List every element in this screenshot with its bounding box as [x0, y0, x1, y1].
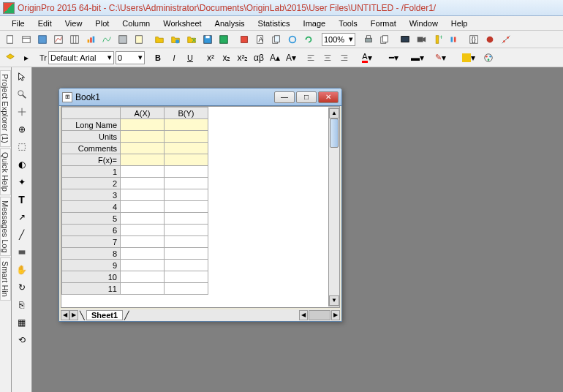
column-header-b[interactable]: B(Y): [165, 108, 208, 119]
align-left-icon[interactable]: [304, 50, 319, 65]
menu-column[interactable]: Column: [116, 18, 156, 29]
import-wizard-icon[interactable]: [237, 32, 252, 47]
greek-button[interactable]: αβ: [252, 50, 266, 65]
smart-hint-tab[interactable]: Smart Hin: [0, 257, 11, 301]
line-width-button[interactable]: ▬▾: [407, 50, 428, 65]
maximize-button[interactable]: □: [296, 91, 317, 103]
font-combo[interactable]: Default: Arial▾: [48, 51, 114, 64]
scroll-up-icon[interactable]: ▲: [329, 108, 339, 118]
hscroll-right[interactable]: ▶: [331, 310, 340, 320]
row-longname[interactable]: Long Name: [62, 119, 121, 131]
menu-image[interactable]: Image: [298, 18, 332, 29]
fill-color-button[interactable]: ▾: [458, 50, 480, 65]
new-workbook-icon[interactable]: [19, 32, 34, 47]
menu-analysis[interactable]: Analysis: [209, 18, 251, 29]
corner-cell[interactable]: [62, 108, 121, 119]
row-7[interactable]: 7: [62, 236, 121, 248]
menu-statistics[interactable]: Statistics: [252, 18, 296, 29]
slideshow-icon[interactable]: [398, 32, 412, 47]
increase-font-icon[interactable]: A▴: [268, 50, 282, 65]
save-icon[interactable]: [200, 32, 215, 47]
menu-window[interactable]: Window: [404, 18, 444, 29]
row-2[interactable]: 2: [62, 178, 121, 189]
minimize-button[interactable]: —: [274, 91, 295, 103]
row-11[interactable]: 11: [62, 283, 121, 295]
draw-data-icon[interactable]: ✦: [14, 174, 30, 190]
batch-process-icon[interactable]: [285, 32, 300, 47]
row-10[interactable]: 10: [62, 271, 121, 283]
new-function-icon[interactable]: [99, 32, 114, 47]
sheet-nav-next[interactable]: ▶: [69, 310, 78, 320]
menu-help[interactable]: Help: [445, 18, 474, 29]
transfer-icon[interactable]: [483, 32, 497, 47]
new-2d-plot-icon[interactable]: [83, 32, 98, 47]
new-project-icon[interactable]: [3, 32, 18, 47]
decrease-font-icon[interactable]: A▾: [284, 50, 298, 65]
sheet-tab-1[interactable]: Sheet1: [86, 310, 123, 320]
underline-button[interactable]: U: [183, 50, 197, 65]
rect-tool-icon[interactable]: [14, 244, 30, 260]
supersubscript-button[interactable]: x²₂: [235, 50, 250, 65]
zoom-tool-icon[interactable]: [14, 86, 30, 102]
italic-button[interactable]: I: [167, 50, 181, 65]
new-layout-icon[interactable]: [116, 32, 130, 47]
menu-tools[interactable]: Tools: [333, 18, 363, 29]
close-button[interactable]: ✕: [318, 91, 339, 103]
quick-help-tab[interactable]: Quick Help: [0, 148, 11, 195]
import-ascii-icon[interactable]: A: [253, 32, 268, 47]
menu-view[interactable]: View: [59, 18, 88, 29]
line-style-button[interactable]: ━▾: [383, 50, 405, 65]
arrow-icon[interactable]: ▸: [19, 50, 34, 65]
hscroll-thumb[interactable]: [309, 310, 330, 320]
row-1[interactable]: 1: [62, 166, 121, 178]
superscript-button[interactable]: x²: [203, 50, 218, 65]
row-8[interactable]: 8: [62, 248, 121, 260]
bold-button[interactable]: B: [151, 50, 165, 65]
font-color-button[interactable]: A▾: [357, 50, 377, 65]
align-center-icon[interactable]: [320, 50, 335, 65]
recalculate-icon[interactable]: [301, 32, 316, 47]
messages-log-tab[interactable]: Messages Log: [0, 197, 11, 257]
import-multiple-icon[interactable]: [269, 32, 284, 47]
new-graph-icon[interactable]: [51, 32, 66, 47]
new-excel-icon[interactable]: [35, 32, 50, 47]
menu-format[interactable]: Format: [365, 18, 402, 29]
selection-tool-icon[interactable]: [14, 139, 30, 155]
worksheet-grid[interactable]: A(X) B(Y) Long Name Units Comments F(x)=…: [61, 106, 340, 308]
save-template-icon[interactable]: [216, 32, 231, 47]
project-explorer-tab[interactable]: Project Explorer (1): [0, 70, 11, 147]
subscript-button[interactable]: x₂: [219, 50, 234, 65]
open-template-icon[interactable]: [168, 32, 183, 47]
row-comments[interactable]: Comments: [62, 143, 121, 154]
hscroll-left[interactable]: ◀: [299, 310, 308, 320]
row-units[interactable]: Units: [62, 131, 121, 143]
scroll-thumb[interactable]: [330, 118, 339, 148]
print-icon[interactable]: [361, 32, 376, 47]
insert-object-icon[interactable]: ▦: [14, 314, 30, 331]
menu-file[interactable]: File: [6, 18, 31, 29]
arrow-tool-icon[interactable]: ↗: [14, 209, 30, 225]
menu-edit[interactable]: Edit: [32, 18, 58, 29]
palette-icon[interactable]: [481, 50, 496, 65]
scroll-down-icon[interactable]: ▼: [329, 295, 339, 306]
rotate-tool-icon[interactable]: ↻: [14, 279, 30, 295]
data-reader-icon[interactable]: ⊕: [14, 121, 30, 137]
column-header-a[interactable]: A(X): [121, 108, 165, 119]
insert-graph-icon[interactable]: ⎘: [14, 297, 30, 313]
new-matrix-icon[interactable]: [67, 32, 82, 47]
reader-tool-icon[interactable]: [14, 104, 30, 120]
sheet-nav-prev[interactable]: ◀: [61, 310, 69, 320]
video-icon[interactable]: [414, 32, 428, 47]
menu-plot[interactable]: Plot: [89, 18, 115, 29]
pointer-tool-icon[interactable]: [14, 69, 30, 85]
add-column-icon[interactable]: +: [430, 32, 445, 47]
refresh-icon[interactable]: [446, 32, 461, 47]
open-excel-icon[interactable]: X: [184, 32, 199, 47]
zoom-combo[interactable]: 100%▾: [322, 33, 355, 46]
new-notes-icon[interactable]: [132, 32, 146, 47]
menu-worksheet[interactable]: Worksheet: [157, 18, 207, 29]
region-tool-icon[interactable]: ✋: [14, 262, 30, 278]
vertical-scrollbar[interactable]: ▲ ▼: [328, 108, 340, 306]
row-5[interactable]: 5: [62, 213, 121, 225]
line-color-button[interactable]: ✎▾: [430, 50, 452, 65]
